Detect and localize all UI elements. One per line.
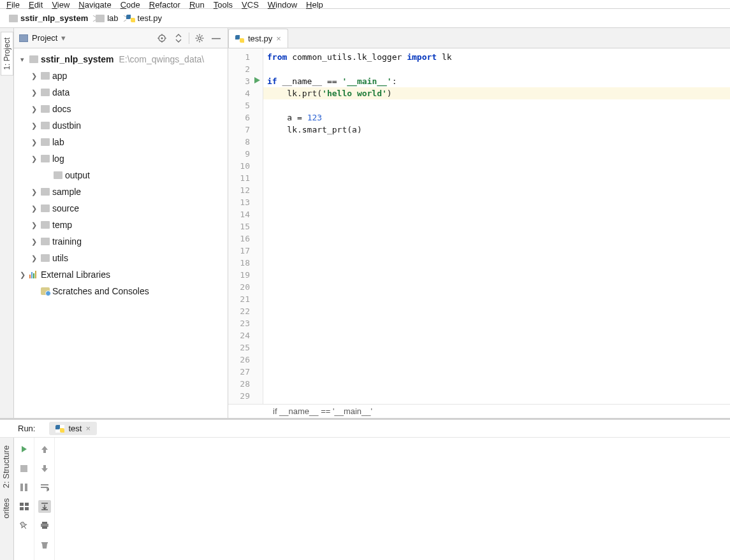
chevron-right-icon[interactable]: ❯ — [29, 155, 38, 163]
run-gutter-icon[interactable] — [254, 77, 260, 83]
tree-item-log[interactable]: ❯log — [14, 150, 228, 167]
gutter-line[interactable]: 20 — [228, 281, 263, 293]
up-icon[interactable] — [38, 443, 51, 456]
pin-icon[interactable] — [18, 519, 31, 532]
breadcrumb-sstir_nlp_system[interactable]: sstir_nlp_system — [5, 11, 92, 25]
chevron-right-icon[interactable]: ❯ — [29, 89, 38, 97]
down-icon[interactable] — [38, 462, 51, 475]
chevron-down-icon[interactable]: ▾ — [18, 55, 27, 64]
chevron-right-icon[interactable]: ❯ — [29, 188, 38, 196]
gutter-line[interactable]: 12 — [228, 184, 263, 196]
gutter-line[interactable]: 16 — [228, 233, 263, 245]
menu-code[interactable]: Code — [120, 0, 140, 6]
breadcrumb-lab[interactable]: lab — [92, 11, 122, 25]
chevron-right-icon[interactable]: ❯ — [29, 122, 38, 130]
soft-wrap-icon[interactable] — [38, 481, 51, 494]
tree-item-data[interactable]: ❯data — [14, 84, 228, 101]
code-line[interactable] — [267, 99, 726, 111]
gutter-line[interactable]: 4 — [228, 87, 263, 99]
close-icon[interactable]: × — [85, 424, 91, 433]
project-view-dropdown[interactable]: ▾ — [61, 33, 66, 43]
tree-item-docs[interactable]: ❯docs — [14, 101, 228, 117]
tab-favorites[interactable]: orites — [0, 493, 12, 524]
tree-item-sstir_nlp_system[interactable]: ▾sstir_nlp_systemE:\com_qwings_data\ — [14, 51, 228, 68]
editor-breadcrumb[interactable]: if __name__ == '__main__' — [228, 404, 730, 418]
layout-icon[interactable] — [18, 500, 31, 513]
tree-item-sample[interactable]: ❯sample — [14, 183, 228, 200]
gutter-line[interactable]: 9 — [228, 148, 263, 160]
gutter-line[interactable]: 2 — [228, 63, 263, 75]
gutter-line[interactable]: 23 — [228, 317, 263, 329]
gutter-line[interactable]: 14 — [228, 208, 263, 220]
collapse-all-icon[interactable] — [172, 32, 185, 45]
gutter-line[interactable]: 15 — [228, 220, 263, 233]
code-line[interactable]: a = 123 — [267, 111, 726, 124]
gutter-line[interactable]: 10 — [228, 160, 263, 172]
tree-item-lab[interactable]: ❯lab — [14, 134, 228, 150]
code-line[interactable]: from common_utils.lk_logger import lk — [267, 51, 726, 63]
menu-tools[interactable]: Tools — [214, 0, 233, 6]
menu-vcs[interactable]: VCS — [242, 0, 259, 6]
gutter-line[interactable]: 22 — [228, 305, 263, 317]
tree-item-dustbin[interactable]: ❯dustbin — [14, 117, 228, 134]
code-line[interactable]: lk.smart_prt(a) — [267, 124, 726, 136]
chevron-right-icon[interactable]: ❯ — [29, 205, 38, 213]
editor-tab-test-py[interactable]: test.py × — [228, 29, 288, 48]
run-tab-test[interactable]: test × — [49, 422, 97, 435]
gutter-line[interactable]: 8 — [228, 136, 263, 148]
code-line[interactable]: if __name__ == '__main__': — [267, 75, 726, 87]
chevron-right-icon[interactable]: ❯ — [29, 138, 38, 147]
tree-item-output[interactable]: output — [14, 167, 228, 183]
trash-icon[interactable] — [38, 538, 51, 551]
gutter-line[interactable]: 1 — [228, 51, 263, 63]
tree-item-utils[interactable]: ❯utils — [14, 250, 228, 266]
tree-item-external-libraries[interactable]: ❯External Libraries — [14, 266, 228, 283]
run-console-output[interactable] — [55, 438, 730, 560]
menu-help[interactable]: Help — [306, 0, 323, 6]
editor-code[interactable]: from common_utils.lk_logger import lk if… — [263, 48, 730, 404]
menu-navigate[interactable]: Navigate — [78, 0, 111, 6]
editor-gutter[interactable]: 1234567891011121314151617181920212223242… — [228, 48, 263, 404]
menu-view[interactable]: View — [52, 0, 69, 6]
gutter-line[interactable]: 11 — [228, 172, 263, 184]
menu-edit[interactable]: Edit — [29, 0, 43, 6]
hide-panel-icon[interactable]: — — [210, 32, 223, 45]
tree-item-scratches-and-consoles[interactable]: Scratches and Consoles — [14, 283, 228, 299]
chevron-right-icon[interactable]: ❯ — [29, 238, 38, 246]
gear-icon[interactable] — [193, 32, 206, 45]
pause-icon[interactable] — [18, 481, 31, 494]
rerun-icon[interactable] — [18, 443, 31, 456]
gutter-line[interactable]: 27 — [228, 366, 263, 378]
gutter-line[interactable]: 26 — [228, 354, 263, 366]
print-icon[interactable] — [38, 519, 51, 532]
scroll-to-end-icon[interactable] — [38, 500, 51, 513]
locate-icon[interactable] — [156, 32, 168, 45]
gutter-line[interactable]: 21 — [228, 293, 263, 305]
gutter-line[interactable]: 29 — [228, 390, 263, 402]
code-line[interactable] — [267, 63, 726, 75]
stop-icon[interactable] — [18, 462, 31, 475]
chevron-right-icon[interactable]: ❯ — [29, 254, 38, 262]
gutter-line[interactable]: 19 — [228, 269, 263, 281]
gutter-line[interactable]: 17 — [228, 245, 263, 257]
tree-item-temp[interactable]: ❯temp — [14, 217, 228, 233]
code-line[interactable] — [267, 136, 726, 148]
tab-project[interactable]: 1: Project — [1, 32, 13, 76]
tab-structure[interactable]: 2: Structure — [0, 440, 12, 493]
gutter-line[interactable]: 3 — [228, 75, 263, 87]
code-line[interactable]: lk.prt('hello world') — [267, 87, 726, 99]
gutter-line[interactable]: 6 — [228, 111, 263, 124]
chevron-right-icon[interactable]: ❯ — [29, 105, 38, 113]
menu-run[interactable]: Run — [189, 0, 205, 6]
project-tree[interactable]: ▾sstir_nlp_systemE:\com_qwings_data\❯app… — [14, 48, 228, 418]
gutter-line[interactable]: 28 — [228, 378, 263, 390]
gutter-line[interactable]: 7 — [228, 124, 263, 136]
gutter-line[interactable]: 5 — [228, 99, 263, 111]
menu-refactor[interactable]: Refactor — [149, 0, 180, 6]
chevron-right-icon[interactable]: ❯ — [29, 72, 38, 80]
menu-window[interactable]: Window — [268, 0, 297, 6]
gutter-line[interactable]: 18 — [228, 257, 263, 269]
close-tab-icon[interactable]: × — [276, 34, 281, 43]
tree-item-app[interactable]: ❯app — [14, 68, 228, 84]
chevron-right-icon[interactable]: ❯ — [29, 221, 38, 229]
